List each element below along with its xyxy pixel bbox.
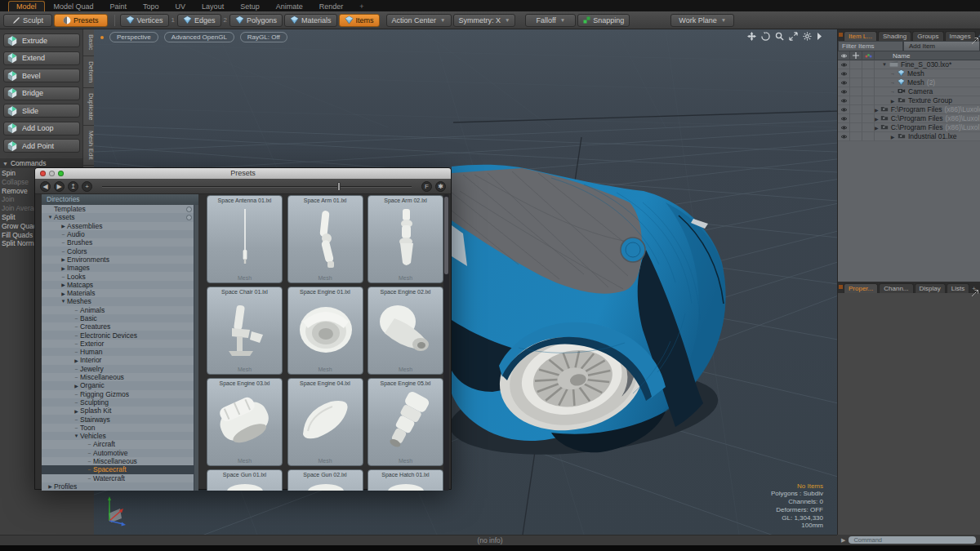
tool-button-extend[interactable]: Extend — [3, 51, 80, 65]
visibility-eye-icon[interactable] — [838, 105, 850, 114]
directories-header[interactable]: Directories — [42, 194, 198, 205]
directory-row-miscellaneous[interactable]: –Miscellaneous — [42, 457, 198, 465]
panel-corner-gadget[interactable] — [839, 33, 843, 37]
directory-row-spacecraft[interactable]: –Spacecraft — [42, 465, 198, 473]
forward-button[interactable]: ▶ — [54, 181, 65, 192]
directory-row-toon[interactable]: –Toon — [42, 424, 198, 432]
tree-arrow-icon[interactable]: ▶ — [73, 408, 80, 414]
directory-row-aircraft[interactable]: –Aircraft — [42, 440, 198, 448]
directory-row-interior[interactable]: ▶Interior — [42, 356, 198, 364]
color-cell[interactable] — [862, 96, 875, 105]
color-cell[interactable] — [862, 87, 875, 96]
directory-row-jewelry[interactable]: –Jewelry — [42, 365, 198, 373]
item-row-f-program-files[interactable]: ▶F:\Program Files(x86)\Luxolo... — [838, 105, 980, 114]
lock-cell[interactable] — [850, 60, 862, 69]
tree-arrow-icon[interactable]: ▶ — [73, 383, 80, 389]
layout-tab-uv[interactable]: UV — [168, 2, 194, 11]
add-path-button[interactable]: + — [82, 181, 92, 192]
expand-arrow-icon[interactable] — [817, 32, 822, 41]
item-row-camera[interactable]: →Camera — [838, 87, 980, 96]
directory-row-stairways[interactable]: –Stairways — [42, 415, 198, 423]
preset-card-space-engine-04-lxl[interactable]: Space Engine 04.lxlMesh — [287, 378, 363, 466]
lock-cell[interactable] — [850, 105, 862, 114]
directory-row-materials[interactable]: ▶Materials — [42, 289, 198, 297]
lock-cell[interactable] — [850, 132, 862, 141]
item-row-mesh[interactable]: →Mesh — [838, 69, 980, 78]
directory-row-watercraft[interactable]: –Watercraft — [42, 474, 198, 482]
visibility-eye-icon[interactable] — [838, 78, 850, 87]
lock-cell[interactable] — [850, 114, 862, 123]
viewport-button-advanced-opengl[interactable]: Advanced OpenGL — [164, 32, 234, 42]
visibility-eye-icon[interactable] — [838, 60, 850, 69]
tree-arrow-icon[interactable]: ▶ — [60, 291, 67, 296]
item-row-c-program-files[interactable]: ▶C:\Program Files(x86)\Luxol... — [838, 123, 980, 132]
up-directory-button[interactable]: ↥ — [68, 181, 78, 192]
directories-scrollbar[interactable] — [194, 205, 198, 491]
tree-arrow-icon[interactable]: ▶ — [60, 256, 67, 262]
expand-arrow-icon[interactable]: ▼ — [881, 62, 888, 67]
tool-button-add-loop[interactable]: Add Loop — [3, 122, 80, 136]
tree-arrow-icon[interactable]: ▶ — [60, 223, 67, 229]
tree-arrow-icon[interactable]: ▼ — [73, 433, 80, 438]
item-row-fine-s-030-lxo-[interactable]: ▼Fine_S_030.lxo* — [838, 60, 980, 69]
directory-row-organic[interactable]: ▶Organic — [42, 381, 198, 389]
layout-tab-model[interactable]: Model — [8, 1, 45, 11]
directory-row-miscellaneous[interactable]: –Miscellaneous — [42, 373, 198, 381]
add-item-dropdown[interactable]: Add Item — [903, 41, 980, 51]
tool-button-bevel[interactable]: Bevel — [3, 69, 80, 82]
layout-tab-model-quad[interactable]: Model Quad — [47, 2, 101, 11]
directory-gadget-icon[interactable] — [186, 207, 192, 212]
close-window-button[interactable] — [40, 171, 46, 176]
directory-row-matcaps[interactable]: ▶Matcaps — [42, 281, 198, 289]
tool-category-tab-mesh-edit[interactable]: Mesh Edit — [83, 126, 95, 166]
mode-button-edges[interactable]: Edges — [177, 14, 221, 27]
color-cell[interactable] — [862, 105, 875, 114]
tool-category-tab-duplicate[interactable]: Duplicate — [83, 88, 95, 126]
visibility-eye-icon[interactable] — [838, 132, 850, 141]
color-cell[interactable] — [862, 69, 875, 78]
expand-arrow-icon[interactable]: ▶ — [875, 116, 879, 122]
settings-gear-button[interactable]: ✱ — [435, 181, 446, 192]
tree-arrow-icon[interactable]: ▶ — [60, 265, 67, 271]
presets-floating-window[interactable]: Presets ◀ ▶ ↥ + F ✱ Directories Template… — [34, 167, 452, 490]
presets-button[interactable]: Presets — [54, 14, 108, 27]
tool-button-extrude[interactable]: Extrude — [3, 33, 80, 47]
tool-category-tab-deform[interactable]: Deform — [83, 56, 95, 88]
layout-tab-topo[interactable]: Topo — [136, 2, 167, 11]
directory-row-audio[interactable]: –Audio — [42, 230, 198, 238]
color-cell[interactable] — [862, 60, 875, 69]
expand-arrow-icon[interactable]: ▶ — [889, 98, 896, 104]
preset-card-space-engine-01-lxl[interactable]: Space Engine 01.lxlMesh — [287, 287, 363, 375]
color-cell[interactable] — [862, 114, 875, 123]
tab-chann-[interactable]: Chann... — [879, 283, 913, 293]
tool-button-slide[interactable]: Slide — [3, 104, 80, 118]
directory-row-templates[interactable]: Templates — [42, 205, 198, 213]
minimize-window-button[interactable] — [49, 171, 55, 176]
tab-display[interactable]: Display — [915, 283, 946, 293]
color-cell[interactable] — [862, 78, 875, 87]
presets-scrollbar[interactable] — [443, 194, 449, 491]
expand-arrow-icon[interactable]: ▶ — [889, 134, 896, 140]
mode-button-materials[interactable]: Materials — [284, 14, 337, 27]
presets-window-titlebar[interactable]: Presets — [35, 168, 451, 179]
color-cell[interactable] — [862, 132, 875, 141]
tool-category-tab-basic[interactable]: Basic — [83, 29, 95, 56]
lock-cell[interactable] — [850, 69, 862, 78]
preset-card-space-hatch-01-lxl[interactable]: Space Hatch 01.lxlMesh — [368, 469, 443, 491]
command-input[interactable]: Command — [849, 536, 976, 544]
directory-row-exterior[interactable]: –Exterior — [42, 340, 198, 348]
directory-row-creatures[interactable]: –Creatures — [42, 322, 198, 331]
mode-button-vertices[interactable]: Vertices — [120, 14, 169, 27]
directory-row-human[interactable]: –Human — [42, 348, 198, 356]
item-row-c-program-files[interactable]: ▶C:\Program Files(x86)\Luxol... — [838, 114, 980, 123]
panel-corner-gadget[interactable] — [839, 285, 843, 289]
directory-row-assemblies[interactable]: ▶Assemblies — [42, 222, 198, 230]
pan-icon[interactable] — [747, 32, 756, 41]
lock-cell[interactable] — [850, 96, 862, 105]
viewport-menu-dot[interactable] — [100, 36, 104, 39]
panel-expand-icon[interactable] — [972, 285, 978, 300]
tree-arrow-icon[interactable]: ▶ — [73, 358, 80, 363]
layout-tab-animate[interactable]: Animate — [269, 2, 310, 11]
directory-row-profiles[interactable]: ▶Profiles — [42, 482, 198, 491]
preset-card-space-engine-02-lxl[interactable]: Space Engine 02.lxlMesh — [368, 287, 443, 375]
